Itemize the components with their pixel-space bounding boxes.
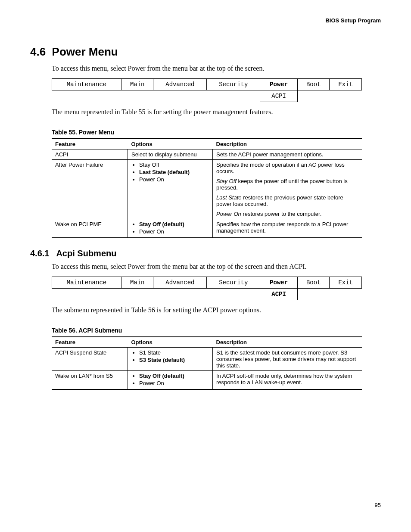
menu-subtab: ACPI <box>260 90 298 102</box>
subsection-title: Acpi Submenu <box>56 249 116 258</box>
option-item: Stay Off (default) <box>139 221 209 227</box>
option-item: Last State (default) <box>139 169 209 175</box>
menu-tab: Security <box>207 79 260 90</box>
table-row: Wake on LAN* from S5Stay Off (default)Po… <box>52 371 362 390</box>
table-cell-description: S1 is the safest mode but consumes more … <box>213 348 362 371</box>
table55: Feature Options Description ACPISelect t… <box>52 138 362 238</box>
menu-empty <box>153 90 207 102</box>
table56-header-feature: Feature <box>52 337 128 348</box>
option-item: S1 State <box>139 349 209 356</box>
menu-empty <box>52 289 121 300</box>
option-item: Power On <box>139 380 209 386</box>
menu-subtab: ACPI <box>260 289 298 300</box>
menu-tab: Exit <box>330 79 362 90</box>
option-item: S3 State (default) <box>139 357 209 363</box>
menu-tab: Security <box>207 277 260 289</box>
menu-empty <box>121 90 153 102</box>
menu-empty <box>121 289 153 300</box>
menu-empty <box>207 90 260 102</box>
menu-tab: Boot <box>298 277 330 289</box>
menu-tab: Exit <box>330 277 362 289</box>
subsection-heading: 4.6.1 Acpi Submenu <box>30 249 381 258</box>
menu-empty <box>298 90 330 102</box>
table56-caption: Table 56. ACPI Submenu <box>52 327 381 334</box>
table-cell-options: Select to display submenu <box>128 149 213 160</box>
option-item: Power On <box>139 176 209 183</box>
table-cell-feature: ACPI <box>52 149 128 160</box>
option-item: Stay Off <box>139 162 209 168</box>
table-cell-options: Stay Off (default)Power On <box>128 219 213 238</box>
table-cell-options: S1 StateS3 State (default) <box>128 348 213 371</box>
menu-empty <box>52 90 121 102</box>
table-cell-description: Sets the ACPI power management options. <box>213 149 362 160</box>
table-cell-description: In ACPI soft-off mode only, determines h… <box>213 371 362 390</box>
subsection-description: The submenu represented in Table 56 is f… <box>52 306 381 314</box>
menu-tab: Power <box>260 79 298 90</box>
option-item: Power On <box>139 228 209 235</box>
table-cell-feature: ACPI Suspend State <box>52 348 128 371</box>
table55-caption: Table 55. Power Menu <box>52 129 381 136</box>
table-row: ACPI Suspend StateS1 StateS3 State (defa… <box>52 348 362 371</box>
table-cell-feature: Wake on PCI PME <box>52 219 128 238</box>
table-cell-description: Specifies the mode of operation if an AC… <box>213 160 362 219</box>
table56-header-description: Description <box>213 337 362 348</box>
section-title: Power Menu <box>52 45 118 58</box>
section-heading: 4.6 Power Menu <box>30 45 381 59</box>
table55-header-description: Description <box>213 139 362 149</box>
menu-bar-2: MaintenanceMainAdvancedSecurityPowerBoot… <box>52 277 362 300</box>
table-cell-feature: After Power Failure <box>52 160 128 219</box>
menu-empty <box>153 289 207 300</box>
menu-tab: Boot <box>298 79 330 90</box>
table-row: Wake on PCI PMEStay Off (default)Power O… <box>52 219 362 238</box>
menu-empty <box>330 90 362 102</box>
menu-bar-1: MaintenanceMainAdvancedSecurityPowerBoot… <box>52 78 362 102</box>
table56-header-options: Options <box>128 337 213 348</box>
menu-empty <box>298 289 330 300</box>
subsection-intro: To access this menu, select Power from t… <box>52 263 381 271</box>
table55-header-options: Options <box>128 139 213 149</box>
table-cell-feature: Wake on LAN* from S5 <box>52 371 128 390</box>
menu-tab: Maintenance <box>52 79 121 90</box>
section-number: 4.6 <box>30 45 46 58</box>
table56: Feature Options Description ACPI Suspend… <box>52 336 362 390</box>
menu-tab: Main <box>121 277 153 289</box>
table-row: ACPISelect to display submenuSets the AC… <box>52 149 362 160</box>
menu-tab: Maintenance <box>52 277 121 289</box>
section-intro: To access this menu, select Power from t… <box>52 65 381 72</box>
menu-tab: Advanced <box>153 277 207 289</box>
menu-tab: Power <box>260 277 298 289</box>
table-cell-options: Stay Off (default)Power On <box>128 371 213 390</box>
subsection-number: 4.6.1 <box>30 249 49 258</box>
menu-empty <box>330 289 362 300</box>
menu-tab: Advanced <box>153 79 207 90</box>
menu-tab: Main <box>121 79 153 90</box>
section-description: The menu represented in Table 55 is for … <box>52 108 381 116</box>
menu-empty <box>207 289 260 300</box>
page-header: BIOS Setup Program <box>30 17 381 24</box>
page-number: 95 <box>30 502 381 508</box>
option-item: Stay Off (default) <box>139 373 209 379</box>
table-cell-description: Specifies how the computer responds to a… <box>213 219 362 238</box>
table-cell-options: Stay OffLast State (default)Power On <box>128 160 213 219</box>
table55-header-feature: Feature <box>52 139 128 149</box>
table-row: After Power FailureStay OffLast State (d… <box>52 160 362 219</box>
